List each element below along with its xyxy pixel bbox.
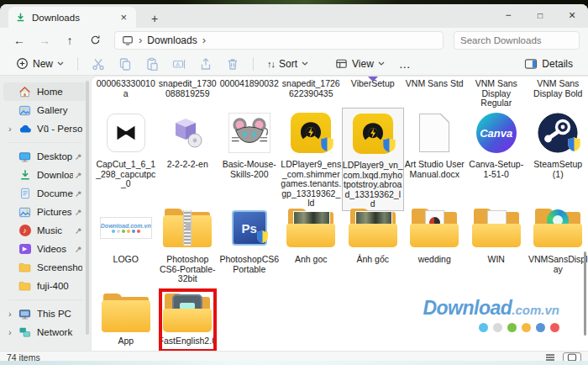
file-item[interactable]: VNM Sans Std (404, 77, 466, 109)
file-item[interactable]: Canva Canva-Setup-1-51-0 (465, 108, 528, 211)
view-icon (335, 57, 348, 70)
file-item[interactable]: VNMSansDisplay (528, 203, 588, 285)
rename-button[interactable]: A (166, 55, 192, 73)
search-input[interactable] (460, 35, 588, 45)
file-item-fastenglish[interactable]: FastEnglish2.0 (157, 291, 219, 347)
copy-button[interactable] (113, 55, 138, 73)
paste-icon (145, 57, 159, 71)
minimize-button[interactable]: − (492, 9, 524, 21)
file-item[interactable]: Photoshop CS6-Portable-32bit (157, 203, 219, 285)
share-button[interactable] (193, 55, 218, 73)
file-item[interactable]: VNM Sans Display Regular (465, 77, 528, 109)
file-item[interactable]: VNM Sans Display Bold (528, 77, 588, 109)
file-item[interactable]: Download.com.vn LOGO (95, 203, 157, 285)
sidebar-item-documents[interactable]: Documents (3, 184, 87, 203)
sort-arrows-icon: ↑↓ (267, 59, 275, 69)
file-item-selected[interactable]: LDPlayer9_vn_com.lxqd.myhotpotstroy.abro… (342, 108, 404, 211)
view-button[interactable]: View (329, 55, 391, 72)
sidebar-item-pictures[interactable]: Pictures (3, 203, 87, 221)
file-name: 000063330010a (96, 79, 156, 98)
file-item[interactable]: LDPlayer9_ens_com.shimmergames.tenants.g… (281, 108, 343, 211)
tab-close-button[interactable]: × (118, 11, 129, 24)
file-item[interactable]: Art Studio User Manual.docx (404, 108, 466, 211)
sidebar-label: Screenshots (37, 262, 82, 272)
folder-icon (18, 262, 32, 272)
toolbar-divider-2 (253, 57, 254, 71)
file-name: CapCut_1_6_1_298_capcutpc_0 (96, 160, 156, 189)
tab-title: Downloads (32, 13, 112, 23)
file-item[interactable]: wedding (404, 203, 466, 285)
sidebar-item-this-pc[interactable]: › This PC (3, 304, 87, 323)
sidebar-item-network[interactable]: › Network (3, 323, 87, 341)
file-item[interactable]: Basic-Mouse-Skills-200 (218, 108, 281, 211)
file-item[interactable]: 000041890032 (218, 77, 281, 109)
ldplayer-icon (291, 113, 331, 153)
tab-downloads[interactable]: Downloads × (8, 7, 136, 28)
sidebar-item-screenshots[interactable]: Screenshots (3, 258, 87, 277)
file-name: 000041890032 (219, 79, 280, 89)
sidebar-scrollbar[interactable] (86, 81, 89, 335)
search-box (454, 31, 580, 50)
download-com-vn-watermark: Download.com.vn (423, 297, 559, 332)
folder-with-photos-icon (286, 209, 335, 247)
thumbnail-view-toggle[interactable] (563, 352, 581, 362)
sidebar-item-downloads[interactable]: Downloads (3, 166, 87, 184)
file-name: FastEnglish2.0 (157, 336, 218, 346)
file-name: LDPlayer9_ens_com.shimmergames.tenants.g… (281, 160, 341, 209)
details-pane-icon (524, 58, 538, 70)
file-item[interactable]: Ps PhotoshopCS6Portable (218, 203, 281, 285)
delete-button[interactable] (220, 55, 245, 73)
more-options-button[interactable]: … (392, 57, 418, 71)
file-item[interactable]: ViberSetup (342, 77, 404, 109)
forward-button[interactable]: → (34, 34, 55, 47)
zipped-folder-icon (163, 209, 212, 247)
expand-chevron-icon[interactable]: › (8, 124, 18, 134)
sidebar-item-desktop[interactable]: Desktop (3, 147, 87, 166)
sidebar-label: Videos (37, 244, 73, 254)
content-scrollbar[interactable] (584, 251, 586, 336)
close-button[interactable]: × (556, 8, 588, 22)
file-item[interactable]: App (95, 291, 157, 347)
sort-button[interactable]: ↑↓ Sort (261, 56, 314, 72)
cut-button[interactable] (86, 55, 111, 73)
breadcrumb-downloads[interactable]: Downloads (147, 34, 197, 46)
maximize-button[interactable]: □ (524, 11, 556, 20)
file-item[interactable]: CapCut_1_6_1_298_capcutpc_0 (95, 108, 157, 211)
logo-image-thumbnail: Download.com.vn (100, 217, 152, 239)
expand-chevron-icon[interactable]: › (8, 309, 18, 319)
paste-button[interactable] (139, 55, 165, 73)
new-button[interactable]: New (10, 55, 70, 72)
breadcrumb-separator-2[interactable]: › (202, 34, 206, 45)
expand-chevron-icon[interactable]: › (8, 327, 18, 337)
sidebar-item-music[interactable]: ♪ Music (3, 221, 87, 240)
file-item[interactable]: snapedit_1730088819259 (157, 77, 219, 109)
sidebar-item-home[interactable]: Home (3, 82, 87, 101)
file-item[interactable]: 2-2-2-2-en (157, 108, 219, 211)
refresh-button[interactable] (84, 34, 106, 45)
address-bar[interactable]: › Downloads › (114, 31, 444, 50)
file-row: CapCut_1_6_1_298_capcutpc_0 2-2-2-2-en B… (92, 108, 588, 211)
item-count: 74 items (7, 352, 40, 362)
new-tab-button[interactable]: + (146, 12, 163, 28)
sidebar-item-gallery[interactable]: Gallery (3, 101, 87, 119)
tab-bar: Downloads × + − □ × (0, 4, 588, 28)
viber-icon (366, 76, 380, 82)
file-item[interactable]: snapedit_1726622390435 (281, 77, 343, 109)
file-item[interactable]: 000063330010a (95, 77, 157, 109)
details-button[interactable]: Details (519, 56, 578, 72)
back-button[interactable]: ← (8, 34, 30, 47)
sidebar-item-onedrive[interactable]: › Vũ - Personal (3, 119, 87, 138)
sidebar-item-videos[interactable]: ▶ Videos (3, 240, 87, 258)
file-item[interactable]: SteamSetup (1) (528, 108, 588, 211)
network-icon (18, 326, 32, 338)
file-item[interactable]: Ảnh gốc (342, 203, 404, 285)
file-list: 000063330010a snapedit_1730088819259 000… (91, 76, 588, 351)
folder-with-logo-icon (533, 209, 582, 247)
pin-icon (75, 190, 82, 198)
up-button[interactable]: ↑ (59, 34, 81, 47)
file-item[interactable]: Anh goc (281, 203, 343, 285)
view-label: View (352, 58, 374, 70)
details-view-toggle[interactable] (543, 353, 558, 362)
sidebar-item-fuji-400[interactable]: fuji-400 (3, 277, 87, 295)
file-item[interactable]: WIN (465, 203, 528, 285)
